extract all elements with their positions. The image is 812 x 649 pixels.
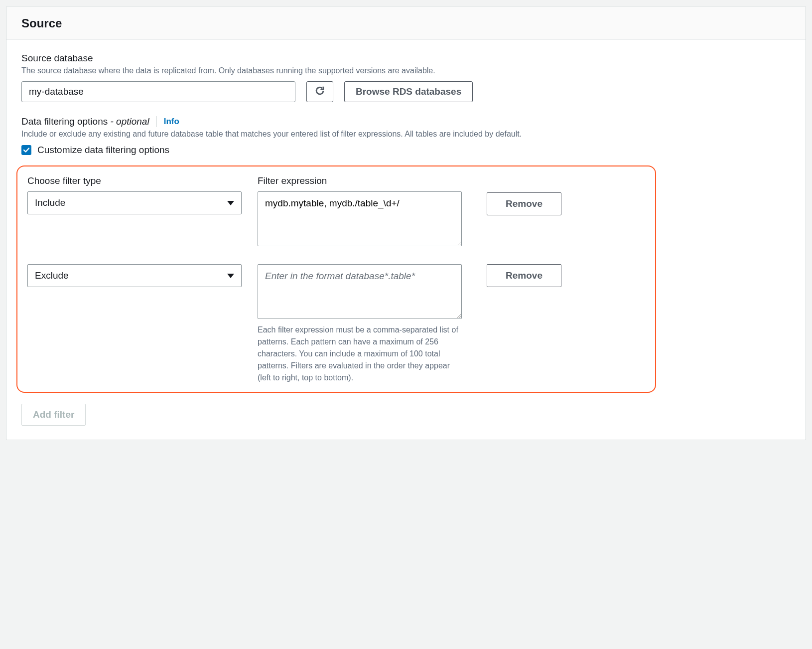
filter-rows-highlight: Choose filter type Include Filter expres… bbox=[16, 165, 656, 393]
filter-expression-input-1[interactable] bbox=[258, 264, 462, 319]
chevron-down-icon bbox=[227, 201, 234, 205]
filtering-description: Include or exclude any existing and futu… bbox=[21, 128, 791, 140]
source-database-label: Source database bbox=[21, 53, 791, 64]
panel-header: Source bbox=[6, 6, 806, 40]
filter-type-value-0: Include bbox=[35, 197, 65, 208]
chevron-down-icon bbox=[227, 274, 234, 278]
refresh-icon bbox=[314, 85, 325, 98]
customize-filtering-label: Customize data filtering options bbox=[37, 145, 169, 156]
refresh-button[interactable] bbox=[306, 81, 333, 102]
source-panel: Source Source database The source databa… bbox=[6, 6, 806, 440]
browse-rds-button[interactable]: Browse RDS databases bbox=[344, 81, 473, 102]
remove-filter-button-0[interactable]: Remove bbox=[487, 192, 561, 215]
filter-type-select-1[interactable]: Exclude bbox=[27, 264, 242, 287]
source-database-value: my-database bbox=[29, 86, 84, 97]
filter-expression-help: Each filter expression must be a comma-s… bbox=[258, 324, 462, 384]
check-icon bbox=[23, 147, 30, 154]
filter-expression-header: Filter expression bbox=[258, 175, 462, 186]
filter-type-header: Choose filter type bbox=[27, 175, 242, 186]
divider bbox=[156, 116, 157, 127]
info-link[interactable]: Info bbox=[164, 117, 179, 127]
source-database-description: The source database where the data is re… bbox=[21, 65, 791, 76]
browse-rds-label: Browse RDS databases bbox=[356, 86, 461, 97]
remove-filter-button-1[interactable]: Remove bbox=[487, 264, 561, 287]
filter-type-value-1: Exclude bbox=[35, 270, 69, 281]
add-filter-button[interactable]: Add filter bbox=[21, 404, 86, 426]
filtering-label: Data filtering options - optional bbox=[21, 116, 149, 127]
source-database-section: Source database The source database wher… bbox=[21, 53, 791, 102]
filter-type-select-0[interactable]: Include bbox=[27, 191, 242, 214]
panel-title: Source bbox=[21, 16, 791, 30]
filter-expression-input-0[interactable] bbox=[258, 191, 462, 246]
panel-body: Source database The source database wher… bbox=[6, 40, 806, 440]
source-database-select[interactable]: my-database bbox=[21, 81, 295, 102]
data-filtering-section: Data filtering options - optional Info I… bbox=[21, 116, 791, 426]
customize-filtering-checkbox[interactable] bbox=[21, 145, 31, 155]
